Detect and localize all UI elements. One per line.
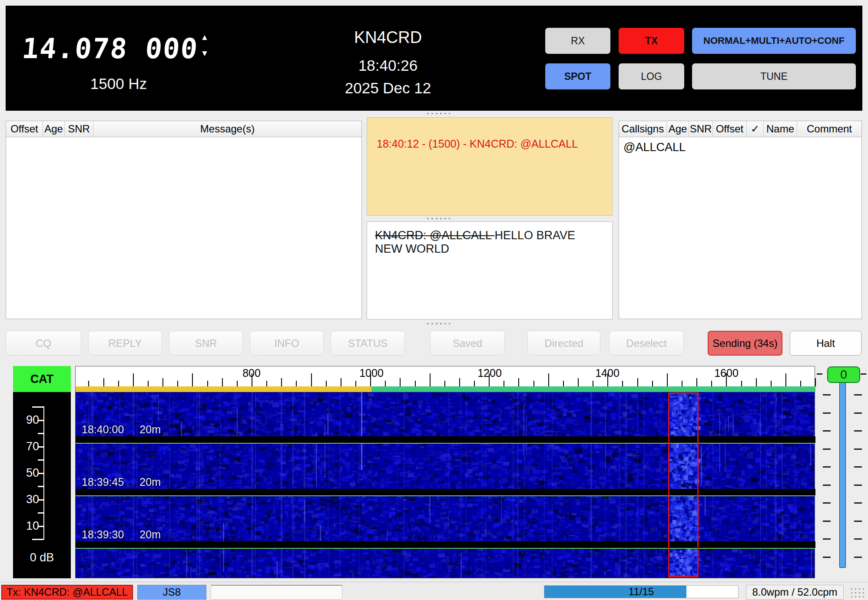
band-low-segment	[76, 386, 371, 392]
callsigns-header: Callsigns Age SNR Offset ✓ Name Comment	[619, 121, 861, 137]
waterfall-sync-gap	[76, 489, 815, 495]
col-offset[interactable]: Offset	[6, 121, 43, 137]
tick	[489, 373, 490, 386]
rx-message-frame[interactable]: 18:40:12 - (1500) - KN4CRD: @ALLCALL	[367, 117, 613, 216]
saved-button[interactable]: Saved	[430, 331, 505, 356]
tick	[192, 373, 193, 386]
gain-slider-handle[interactable]: 0	[827, 366, 860, 383]
frequency-down-icon[interactable]: ▼	[196, 49, 213, 62]
rx-button[interactable]: RX	[545, 28, 610, 54]
waterfall-sync-gap	[76, 541, 815, 548]
tick	[474, 381, 475, 386]
waterfall-timestamp: 18:39:45 20m	[82, 476, 161, 488]
col-callsigns[interactable]: Callsigns	[619, 121, 667, 137]
cq-button[interactable]: CQ	[6, 331, 81, 356]
halt-button[interactable]: Halt	[790, 331, 861, 356]
deselect-button[interactable]: Deselect	[609, 331, 684, 356]
tick	[162, 378, 163, 386]
band-high-segment	[371, 386, 815, 392]
frequency-up-icon[interactable]: ▲	[196, 33, 213, 46]
tick	[459, 378, 460, 386]
tick	[854, 430, 862, 432]
tick	[400, 378, 401, 386]
col-comment[interactable]: Comment	[797, 121, 861, 137]
db-floor-label: 0 dB	[13, 551, 71, 564]
db-tick-label: 10	[19, 519, 39, 533]
tx-progress-bar: 11/15	[544, 585, 739, 598]
col-offset[interactable]: Offset	[713, 121, 747, 137]
resize-grip[interactable]	[850, 587, 865, 597]
col-name[interactable]: Name	[764, 121, 797, 137]
waterfall-canvas[interactable]	[76, 392, 815, 577]
tick	[43, 406, 44, 540]
db-tick-label: 50	[19, 466, 39, 480]
tick	[133, 373, 134, 386]
splitter-handle[interactable]	[426, 112, 450, 115]
timestamp-band: 20m	[139, 423, 161, 436]
compose-input[interactable]: KN4CRD: @ALLCALL HELLO BRAVE NEW WORLD	[367, 221, 613, 320]
tick	[207, 381, 208, 386]
tick	[222, 378, 223, 386]
waterfall-period-line	[76, 548, 815, 549]
tick	[103, 378, 104, 386]
frequency-scale[interactable]: 800 1000 1200 1400 1600	[75, 366, 815, 392]
col-check[interactable]: ✓	[747, 121, 764, 137]
utc-clock: 18:40:26	[301, 57, 475, 74]
tick	[861, 373, 866, 375]
tune-button[interactable]: TUNE	[692, 63, 856, 89]
status-empty-field	[211, 585, 342, 600]
tick	[800, 381, 801, 386]
snr-button[interactable]: SNR	[169, 331, 243, 356]
tick	[823, 412, 831, 414]
directed-button[interactable]: Directed	[527, 331, 600, 356]
band-activity-table: Offset Age SNR Message(s)	[6, 121, 362, 319]
splitter-handle[interactable]	[426, 322, 450, 325]
status-bar: Tx: KN4CRD: @ALLCALL JS8 11/15 8.0wpm / …	[0, 582, 868, 600]
timestamp-time: 18:39:30	[82, 528, 124, 541]
waterfall-timestamp: 18:39:30 20m	[82, 528, 161, 541]
log-button[interactable]: LOG	[619, 63, 684, 89]
col-snr[interactable]: SNR	[689, 121, 713, 137]
freq-tick-label: 1000	[345, 367, 398, 379]
own-callsign: KN4CRD	[301, 28, 475, 47]
db-tick-label: 90	[19, 413, 39, 427]
tick	[563, 381, 564, 386]
timestamp-time: 18:40:00	[82, 423, 124, 436]
compose-sent-text: KN4CRD: @ALLCALL	[375, 229, 495, 242]
tick	[726, 373, 727, 386]
tick	[38, 526, 43, 527]
gain-slider-groove[interactable]	[839, 381, 846, 568]
tick	[38, 459, 43, 461]
spot-button[interactable]: SPOT	[545, 63, 610, 89]
tick	[38, 433, 43, 434]
sending-button[interactable]: Sending (34s)	[708, 331, 782, 356]
tx-button[interactable]: TX	[619, 28, 684, 54]
reply-button[interactable]: REPLY	[88, 331, 162, 356]
mode-badge: JS8	[137, 585, 206, 600]
status-button[interactable]: STATUS	[331, 331, 405, 356]
col-age[interactable]: Age	[667, 121, 689, 137]
col-snr[interactable]: SNR	[65, 121, 93, 137]
splitter-handle[interactable]	[426, 217, 450, 220]
frequency-display[interactable]: 14.078 000	[21, 33, 197, 64]
info-button[interactable]: INFO	[250, 331, 324, 356]
callsigns-table: Callsigns Age SNR Offset ✓ Name Comment …	[619, 121, 862, 319]
tick	[823, 502, 831, 504]
tick	[38, 473, 43, 474]
tick	[311, 373, 312, 386]
tick	[533, 381, 534, 386]
speed-indicator: 8.0wpm / 52.0cpm	[746, 585, 844, 600]
col-age[interactable]: Age	[43, 121, 65, 137]
mode-button[interactable]: NORMAL+MULTI+AUTO+CONF	[692, 28, 856, 54]
tick	[148, 381, 149, 386]
tick	[266, 381, 267, 386]
tick	[696, 378, 697, 386]
callsign-row-allcall[interactable]: @ALLCALL	[619, 137, 861, 158]
tick	[637, 378, 638, 386]
cat-indicator-button[interactable]: CAT	[13, 366, 71, 392]
tick	[177, 381, 178, 386]
col-messages[interactable]: Message(s)	[93, 121, 361, 137]
tick	[854, 557, 862, 558]
tick	[444, 381, 445, 386]
tick	[32, 406, 43, 408]
